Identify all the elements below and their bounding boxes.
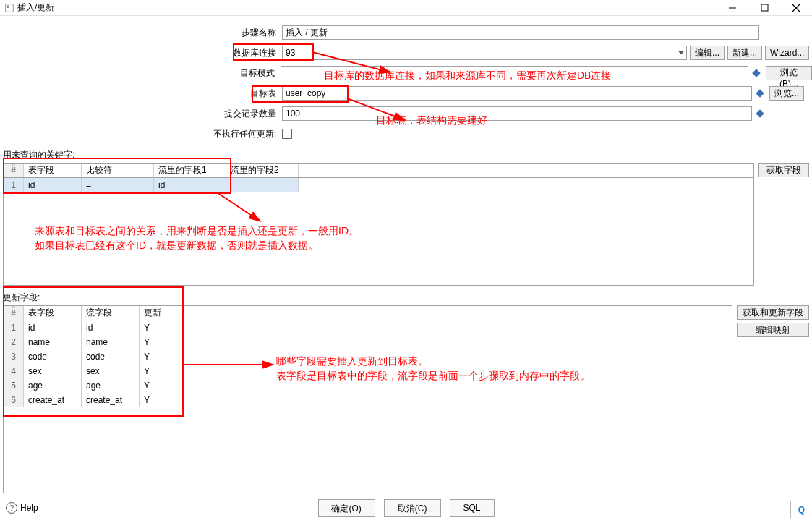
edit-conn-button[interactable]: 编辑... [690,46,725,60]
commit-input[interactable] [282,106,752,121]
window-title: 插入/更新 [17,1,54,14]
cell-field[interactable]: sex [24,364,82,378]
row-num: 3 [4,349,24,364]
key-col-num: # [4,164,24,177]
key-table[interactable]: # 表字段 比较符 流里的字段1 流里的字段2 1id=id [3,163,754,286]
upd-col-num: # [4,306,24,320]
key-table-header: # 表字段 比较符 流里的字段1 流里的字段2 [4,164,753,178]
new-conn-button[interactable]: 新建... [727,46,762,60]
row-num: 6 [4,393,24,407]
cell-stream[interactable]: name [82,335,140,349]
maximize-button[interactable] [748,0,780,16]
schema-label: 目标模式 [0,67,281,80]
row-num: 4 [4,364,24,378]
upd-col-stream: 流字段 [82,306,140,320]
svg-rect-6 [753,69,761,77]
svg-rect-7 [756,89,764,97]
titlebar: 插入/更新 [0,0,812,16]
key-col-stream2: 流里的字段2 [226,164,299,177]
cell-update[interactable]: Y [140,320,183,335]
upd-col-update: 更新 [140,306,183,320]
table-row[interactable]: 5ageageY [4,378,732,393]
row-num: 2 [4,335,24,349]
get-fields-button[interactable]: 获取字段 [758,163,809,177]
update-table-header: # 表字段 流字段 更新 [4,306,732,320]
cell-update[interactable]: Y [140,335,183,349]
cell-stream[interactable]: sex [82,364,140,378]
edit-mapping-button[interactable]: 编辑映射 [737,323,809,337]
cell-field[interactable]: code [24,349,82,364]
get-update-fields-button[interactable]: 获取和更新字段 [737,305,809,320]
cell-field[interactable]: name [24,335,82,349]
form-area: 步骤名称 数据库连接 编辑... 新建... Wizard... 目标模式 浏览… [0,16,812,143]
help-icon: ? [6,502,17,514]
cell-stream[interactable]: code [82,349,140,364]
minimize-button[interactable] [717,0,748,16]
schema-input[interactable] [281,66,748,80]
update-section-label: 更新字段: [0,290,812,305]
cell-comparator[interactable]: = [82,178,154,192]
cell-update[interactable]: Y [140,378,183,393]
wizard-button[interactable]: Wizard... [765,46,809,60]
ok-button[interactable]: 确定(O) [317,499,375,517]
table-input[interactable] [282,86,752,101]
table-row[interactable]: 2namenameY [4,335,732,349]
cancel-button[interactable]: 取消(C) [384,499,441,517]
update-table[interactable]: # 表字段 流字段 更新 1ididY2namenameY3codecodeY4… [3,305,732,493]
cell-field[interactable]: id [24,320,82,335]
svg-rect-3 [761,4,768,11]
cell-stream[interactable]: age [82,378,140,393]
cell-stream2[interactable] [226,178,299,192]
help-link[interactable]: ? Help [6,502,38,514]
step-name-input[interactable] [282,25,759,40]
app-icon [4,3,14,13]
schema-var-icon[interactable] [750,67,763,80]
noop-checkbox[interactable] [282,129,292,139]
close-button[interactable] [780,0,812,16]
table-row[interactable]: 3codecodeY [4,349,732,364]
table-var-icon[interactable] [753,87,766,100]
step-name-label: 步骤名称 [0,27,282,39]
cell-field[interactable]: age [24,378,82,393]
commit-label: 提交记录数量 [0,108,282,120]
table-row[interactable]: 1ididY [4,320,732,335]
table-row[interactable]: 1id=id [4,178,753,192]
row-num: 1 [4,178,24,192]
corner-badge: Q [790,501,812,518]
svg-rect-8 [756,109,764,117]
cell-update[interactable]: Y [140,364,183,378]
sql-button[interactable]: SQL [449,499,494,517]
key-col-field: 表字段 [24,164,82,177]
key-col-stream1: 流里的字段1 [154,164,226,177]
commit-var-icon[interactable] [753,107,766,120]
cell-stream[interactable]: id [82,320,140,335]
svg-rect-1 [7,5,10,8]
cell-field[interactable]: create_at [24,393,82,407]
table-row[interactable]: 4sexsexY [4,364,732,378]
upd-col-field: 表字段 [24,306,82,320]
key-col-comparator: 比较符 [82,164,154,177]
browse-table-button[interactable]: 浏览... [769,86,804,101]
db-conn-label: 数据库连接 [0,47,282,59]
cell-update[interactable]: Y [140,349,183,364]
bottom-bar: ? Help 确定(O) 取消(C) SQL [0,499,812,517]
cell-stream[interactable]: create_at [82,393,140,407]
noop-label: 不执行任何更新: [0,128,282,140]
row-num: 1 [4,320,24,335]
db-conn-select[interactable] [282,46,687,60]
cell-field[interactable]: id [24,178,82,192]
cell-update[interactable]: Y [140,393,183,407]
browse-schema-button[interactable]: 浏览(B)... [766,66,812,80]
key-section-label: 用来查询的关键字: [0,148,812,163]
help-label: Help [20,503,38,513]
cell-stream1[interactable]: id [154,178,226,192]
row-num: 5 [4,378,24,393]
table-label: 目标表 [0,88,282,100]
table-row[interactable]: 6create_atcreate_atY [4,393,732,407]
